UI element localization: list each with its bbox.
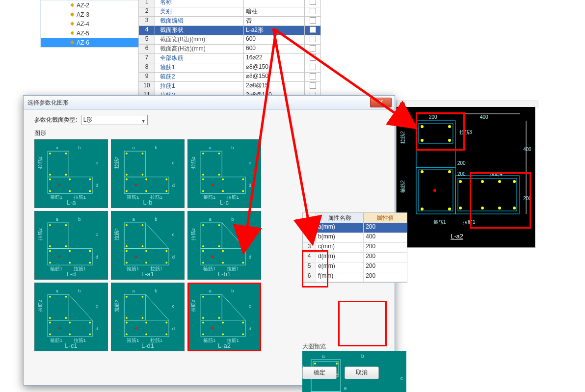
svg-point-50 bbox=[69, 179, 71, 181]
prop-row[interactable]: 6截面高(H边)(mm)600 bbox=[139, 45, 320, 54]
svg-point-189 bbox=[142, 317, 144, 319]
svg-point-92 bbox=[212, 184, 213, 186]
svg-text:c: c bbox=[249, 232, 251, 237]
close-button[interactable]: ✕ bbox=[370, 98, 392, 107]
svg-point-123 bbox=[126, 224, 128, 226]
tree-item-az6[interactable]: ✸ AZ-6 bbox=[41, 38, 139, 47]
prop-value[interactable]: 否 bbox=[244, 17, 305, 26]
prop-check[interactable] bbox=[305, 63, 320, 72]
shape-L-b[interactable]: abcd箍筋1拉筋1拉筋2L-b bbox=[111, 139, 185, 208]
tree-item-az5[interactable]: ✸ AZ-5 bbox=[41, 28, 139, 38]
prop-value[interactable]: 600 bbox=[244, 35, 305, 44]
shape-grid: abcd箍筋1拉筋1拉筋2L-aabcd箍筋1拉筋1拉筋2L-babcd箍筋1拉… bbox=[34, 139, 270, 351]
row-index: 8 bbox=[139, 63, 155, 72]
shape-label: L-c bbox=[188, 199, 261, 206]
shape-L-a2[interactable]: abcd箍筋1拉筋1拉筋2L-a2 bbox=[187, 283, 261, 351]
prop-value[interactable]: 16⌀22 bbox=[244, 54, 305, 63]
tree-item-label: AZ-2 bbox=[77, 2, 89, 9]
svg-rect-183 bbox=[124, 294, 145, 320]
prop-check[interactable] bbox=[305, 45, 320, 53]
param-value[interactable]: 200 bbox=[364, 223, 407, 233]
prop-check[interactable] bbox=[305, 26, 320, 35]
shapes-title: 图形 bbox=[34, 129, 389, 137]
svg-text:拉筋2: 拉筋2 bbox=[190, 300, 196, 312]
prop-value[interactable]: 暗柱 bbox=[244, 7, 305, 16]
param-value[interactable]: 200 bbox=[364, 253, 407, 262]
param-key: d(mm) bbox=[316, 253, 364, 262]
prop-check[interactable] bbox=[305, 54, 320, 63]
svg-point-106 bbox=[49, 250, 51, 252]
svg-text:200: 200 bbox=[429, 114, 437, 120]
prop-value[interactable]: 2⌀8@15 bbox=[244, 82, 305, 91]
prop-value[interactable]: L-a2形 bbox=[244, 26, 305, 35]
dialog-titlebar[interactable]: 选择参数化图形 ✕ bbox=[24, 96, 395, 110]
tree-panel: ✸ AZ-2 ✸ AZ-3 ✸ AZ-4 ✸ AZ-5 ✸ AZ-6 bbox=[40, 0, 139, 48]
shape-L-d1[interactable]: abcd箍筋1拉筋1拉筋2L-d1 bbox=[111, 283, 185, 351]
param-shape-dialog: 选择参数化图形 ✕ 参数化截面类型: L形 图形 abcd箍筋1拉筋1拉筋2L-… bbox=[23, 95, 395, 386]
prop-check[interactable] bbox=[305, 7, 320, 16]
tree-item-az4[interactable]: ✸ AZ-4 bbox=[41, 19, 139, 28]
section-type-select[interactable]: L形 bbox=[81, 115, 148, 125]
param-row[interactable]: 3c(mm)200 bbox=[303, 243, 407, 253]
prop-row[interactable]: 2类别暗柱 bbox=[139, 7, 320, 17]
prop-row[interactable]: 3截面编辑否 bbox=[139, 17, 320, 26]
svg-point-47 bbox=[89, 179, 91, 181]
svg-point-49 bbox=[89, 190, 91, 192]
tree-item-az3[interactable]: ✸ AZ-3 bbox=[41, 10, 139, 19]
cancel-button[interactable]: 取消 bbox=[345, 366, 379, 379]
svg-point-216 bbox=[222, 334, 224, 336]
prop-check[interactable] bbox=[305, 82, 320, 91]
shape-L-d[interactable]: abcd箍筋1拉筋1拉筋2L-d bbox=[34, 211, 108, 280]
prop-check[interactable] bbox=[305, 0, 320, 7]
svg-point-231 bbox=[314, 363, 316, 365]
param-index: 6 bbox=[303, 272, 316, 282]
svg-point-166 bbox=[65, 296, 67, 298]
param-row[interactable]: 2b(mm)400 bbox=[303, 233, 407, 243]
shape-label: L-b1 bbox=[188, 270, 261, 278]
param-index: 5 bbox=[303, 262, 316, 272]
prop-value[interactable] bbox=[244, 0, 305, 7]
shape-L-c1[interactable]: abcd箍筋1拉筋1拉筋2L-c1 bbox=[34, 283, 108, 351]
param-row[interactable]: 5e(mm)200 bbox=[303, 262, 407, 272]
svg-point-102 bbox=[49, 224, 51, 226]
param-row[interactable]: 4d(mm)200 bbox=[303, 253, 407, 262]
prop-row[interactable]: 5截面宽(B边)(mm)600 bbox=[139, 35, 320, 45]
svg-point-16 bbox=[498, 180, 501, 183]
prop-row[interactable]: 4截面形状L-a2形 bbox=[139, 26, 320, 35]
prop-row[interactable]: 7全部纵筋16⌀22 bbox=[139, 54, 320, 63]
prop-key: 全部纵筋 bbox=[155, 54, 244, 63]
row-index: 7 bbox=[139, 54, 155, 63]
svg-rect-2 bbox=[455, 176, 519, 214]
param-key: b(mm) bbox=[316, 233, 364, 242]
ok-button[interactable]: 确定 bbox=[302, 366, 337, 379]
prop-check[interactable] bbox=[305, 73, 320, 81]
param-key: a(mm) bbox=[316, 223, 364, 233]
prop-check[interactable] bbox=[305, 35, 320, 44]
param-value[interactable]: 200 bbox=[364, 262, 407, 272]
prop-check[interactable] bbox=[305, 17, 320, 26]
prop-row[interactable]: 8箍筋1⌀8@150 bbox=[139, 63, 320, 73]
prop-row[interactable]: 1名称 bbox=[139, 0, 320, 7]
svg-text:200: 200 bbox=[457, 160, 466, 166]
svg-point-133 bbox=[135, 256, 137, 258]
shape-L-c[interactable]: abcd箍筋1拉筋1拉筋2L-c bbox=[187, 139, 261, 208]
svg-point-85 bbox=[218, 174, 220, 176]
prop-row[interactable]: 9箍筋2⌀8@150 bbox=[139, 73, 320, 82]
checkbox-icon bbox=[310, 36, 316, 42]
param-value[interactable]: 200 bbox=[364, 243, 407, 252]
svg-point-63 bbox=[142, 153, 144, 155]
prop-row[interactable]: 10拉筋12⌀8@15 bbox=[139, 82, 320, 91]
prop-value[interactable]: ⌀8@150 bbox=[244, 73, 305, 81]
tree-item-az2[interactable]: ✸ AZ-2 bbox=[41, 0, 139, 10]
param-value[interactable]: 400 bbox=[364, 233, 407, 242]
prop-value[interactable]: 600 bbox=[244, 45, 305, 53]
param-row[interactable]: 1a(mm)200 bbox=[303, 223, 407, 233]
param-row[interactable]: 6f(mm)200 bbox=[303, 272, 407, 282]
svg-rect-204 bbox=[201, 294, 222, 320]
prop-value[interactable]: ⌀8@150 bbox=[244, 63, 305, 72]
shape-L-a1[interactable]: abcd箍筋1拉筋1拉筋2L-a1 bbox=[111, 211, 185, 280]
shape-L-b1[interactable]: abcd箍筋1拉筋1拉筋2L-b1 bbox=[187, 211, 261, 280]
shape-L-a[interactable]: abcd箍筋1拉筋1拉筋2L-a bbox=[34, 139, 108, 208]
param-value[interactable]: 200 bbox=[364, 272, 407, 282]
svg-point-45 bbox=[65, 174, 67, 176]
